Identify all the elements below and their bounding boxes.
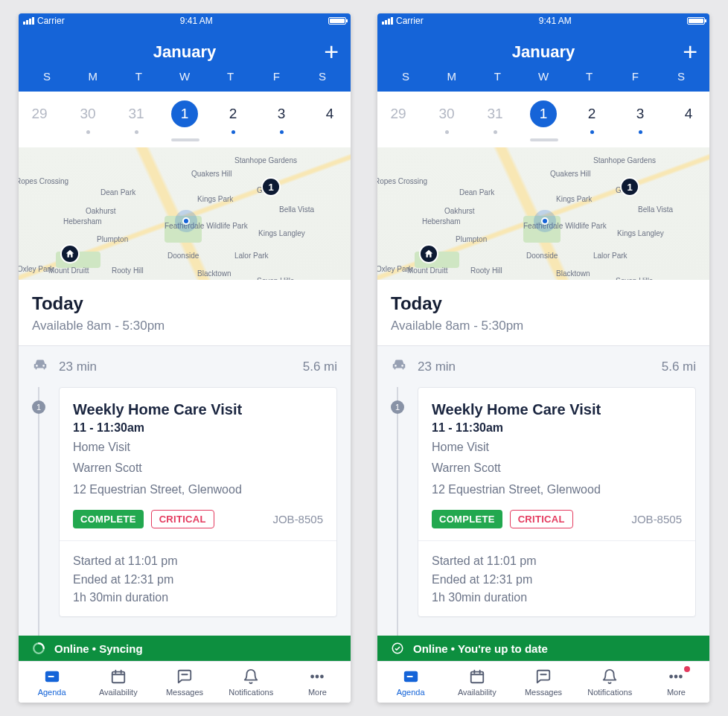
map-label: Doonside xyxy=(526,252,558,260)
tab-notifications[interactable]: Notifications xyxy=(218,662,284,703)
date-row[interactable]: 2930311234 xyxy=(19,92,351,147)
tab-messages[interactable]: Messages xyxy=(510,662,576,703)
tab-agenda[interactable]: Agenda xyxy=(19,662,85,703)
status-complete-badge: COMPLETE xyxy=(432,510,502,528)
job-person: Warren Scott xyxy=(73,460,323,476)
today-title: Today xyxy=(391,293,696,314)
map-label: Ropes Crossing xyxy=(19,177,68,185)
day-cell[interactable]: 2 xyxy=(220,100,246,141)
map-label: Quakers Hill xyxy=(191,170,232,178)
day-number: 29 xyxy=(26,100,53,127)
phone-screen: Carrier 9:41 AM January + SMTWTFS2930311… xyxy=(19,13,351,703)
map-label: Oakhurst xyxy=(86,207,116,215)
weekday-label: T xyxy=(484,70,511,83)
weekday-label: S xyxy=(392,70,419,83)
tab-label: Messages xyxy=(166,688,203,697)
map-label: Hebersham xyxy=(63,217,102,226)
map-label: Lalor Park xyxy=(593,252,628,260)
job-ended: Ended at 12:31 pm xyxy=(432,572,682,588)
event-dot xyxy=(445,130,449,134)
job-type: Home Visit xyxy=(73,439,323,456)
priority-critical-badge: CRITICAL xyxy=(151,510,214,528)
month-title: January xyxy=(512,42,575,62)
map-label: Stanhope Gardens xyxy=(234,156,297,164)
map-view[interactable]: Ropes CrossingDean ParkQuakers HillStanh… xyxy=(19,147,351,280)
day-cell[interactable]: 29 xyxy=(385,100,412,141)
job-started: Started at 11:01 pm xyxy=(432,553,682,569)
weekday-label: S xyxy=(309,70,336,83)
phone-screen: Carrier 9:41 AM January + SMTWTFS2930311… xyxy=(377,13,709,703)
tab-label: More xyxy=(667,688,686,697)
weekday-label: W xyxy=(171,70,198,83)
svg-point-20 xyxy=(675,675,677,677)
map-label: Plumpton xyxy=(456,235,487,243)
day-number: 2 xyxy=(578,100,605,127)
day-cell[interactable]: 31 xyxy=(123,100,150,141)
notification-dot xyxy=(684,666,690,672)
tab-notifications[interactable]: Notifications xyxy=(577,662,643,703)
map-view[interactable]: Ropes CrossingDean ParkQuakers HillStanh… xyxy=(377,147,709,280)
tab-label: Messages xyxy=(525,688,562,697)
agenda-icon xyxy=(403,668,419,686)
today-title: Today xyxy=(32,293,337,314)
signal-icon xyxy=(382,17,393,25)
day-cell[interactable]: 29 xyxy=(26,100,53,141)
map-label: Bella Vista xyxy=(279,205,314,214)
weekday-label: S xyxy=(33,70,60,83)
map-label: Dean Park xyxy=(100,188,135,196)
priority-critical-badge: CRITICAL xyxy=(510,510,573,528)
map-label: Kings Langley xyxy=(258,229,305,237)
day-cell[interactable]: 1 xyxy=(171,100,198,141)
day-cell[interactable]: 4 xyxy=(316,100,343,141)
day-cell[interactable]: 2 xyxy=(578,100,605,141)
tab-agenda[interactable]: Agenda xyxy=(377,662,444,703)
svg-rect-14 xyxy=(471,671,484,683)
weekday-label: F xyxy=(622,70,648,83)
clock: 9:41 AM xyxy=(180,16,213,26)
tab-messages[interactable]: Messages xyxy=(151,662,217,703)
drag-handle[interactable] xyxy=(530,138,558,141)
map-label: Seven Hills xyxy=(257,277,294,280)
month-title: January xyxy=(153,42,216,62)
event-dot xyxy=(639,130,642,134)
map-label: Ropes Crossing xyxy=(377,177,427,185)
availability-icon xyxy=(469,668,485,686)
day-cell[interactable]: 30 xyxy=(433,100,460,141)
home-pin[interactable] xyxy=(60,244,80,263)
day-cell[interactable]: 31 xyxy=(482,100,508,141)
tab-more[interactable]: More xyxy=(284,662,351,703)
event-dot xyxy=(86,130,90,134)
tab-label: Notifications xyxy=(229,688,273,697)
home-pin[interactable] xyxy=(419,244,438,263)
svg-rect-3 xyxy=(112,671,125,683)
drag-handle[interactable] xyxy=(171,138,199,141)
map-pin[interactable]: 1 xyxy=(261,177,281,196)
tab-more[interactable]: More xyxy=(643,662,709,703)
tab-availability[interactable]: Availability xyxy=(85,662,151,703)
car-icon xyxy=(391,357,407,377)
map-label: Bella Vista xyxy=(638,205,673,214)
carrier-label: Carrier xyxy=(37,16,65,26)
job-card[interactable]: Weekly Home Care Visit 11 - 11:30am Home… xyxy=(59,387,337,617)
day-cell[interactable]: 30 xyxy=(74,100,101,141)
calendar-header: January + SMTWTFS xyxy=(377,28,709,92)
job-address: 12 Equestrian Street, Glenwood xyxy=(432,482,682,498)
add-button[interactable]: + xyxy=(683,39,697,64)
day-number: 1 xyxy=(530,100,557,127)
svg-point-8 xyxy=(312,675,314,677)
job-card[interactable]: Weekly Home Care Visit 11 - 11:30am Home… xyxy=(418,387,696,617)
tab-availability[interactable]: Availability xyxy=(444,662,510,703)
day-cell[interactable]: 1 xyxy=(530,100,557,141)
date-row[interactable]: 2930311234 xyxy=(377,92,709,147)
day-cell[interactable]: 3 xyxy=(268,100,295,141)
map-pin[interactable]: 1 xyxy=(620,177,639,196)
timeline-stop: 1 xyxy=(391,400,404,414)
day-number: 1 xyxy=(171,100,198,127)
weekday-label: W xyxy=(530,70,557,83)
more-icon xyxy=(309,668,325,686)
weekday-label: T xyxy=(576,70,603,83)
map-label: Doonside xyxy=(167,252,199,260)
day-cell[interactable]: 4 xyxy=(675,100,702,141)
day-cell[interactable]: 3 xyxy=(627,100,654,141)
add-button[interactable]: + xyxy=(324,39,339,64)
